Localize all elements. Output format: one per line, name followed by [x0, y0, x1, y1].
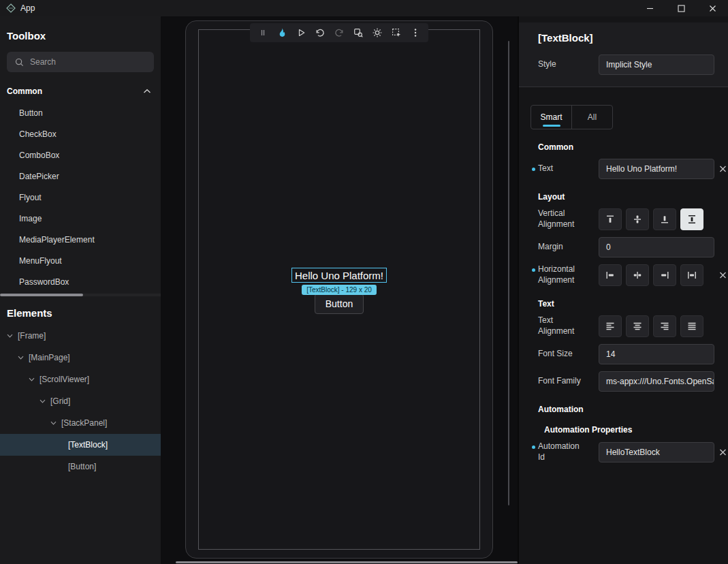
tab-smart[interactable]: Smart: [531, 106, 571, 129]
selected-element-title: [TextBlock]: [538, 32, 714, 44]
property-tabs: Smart All: [531, 105, 613, 129]
tree-item-label: [ScrollViewer]: [39, 375, 89, 384]
vertical-alignment-group: [599, 208, 703, 230]
play-icon[interactable]: [296, 27, 306, 38]
tree-item-textblock[interactable]: [TextBlock]: [0, 434, 161, 456]
more-icon[interactable]: [410, 27, 421, 38]
toolbox-scrollbar-thumb[interactable]: [0, 294, 83, 296]
toolbox-title: Toolbox: [7, 30, 161, 42]
chevron-down-icon[interactable]: [18, 356, 26, 360]
toolbox-item-mediaplayerelement[interactable]: MediaPlayerElement: [0, 229, 161, 250]
design-area: Hello Uno Platform! [TextBlock] - 129 x …: [161, 16, 518, 564]
text-align-justify-button[interactable]: [680, 315, 703, 337]
text-align-left-button[interactable]: [599, 315, 622, 337]
toolbox-scrollbar[interactable]: [0, 294, 161, 296]
canvas-vertical-scrollbar[interactable]: [508, 41, 509, 505]
text-align-center-button[interactable]: [626, 315, 649, 337]
toolbox-item-menuflyout[interactable]: MenuFlyout: [0, 250, 161, 271]
text-label: Text: [538, 163, 599, 174]
tree-item-stackpanel[interactable]: [StackPanel]: [0, 412, 161, 434]
font-size-row: Font Size 14: [538, 344, 714, 364]
tree-item-grid[interactable]: [Grid]: [0, 390, 161, 412]
hot-reload-flame-icon[interactable]: [276, 27, 287, 38]
advanced-binding-icon[interactable]: [719, 166, 727, 173]
align-left-button[interactable]: [599, 264, 622, 286]
text-alignment-label: Text Alignment: [538, 315, 599, 336]
align-top-button[interactable]: [599, 208, 622, 230]
tree-item-label: [TextBlock]: [68, 440, 108, 450]
align-bottom-button[interactable]: [653, 208, 676, 230]
automation-id-input[interactable]: HelloTextBlock: [599, 442, 714, 463]
font-size-label: Font Size: [538, 349, 599, 360]
font-family-label: Font Family: [538, 376, 599, 387]
toolbox-item-combobox[interactable]: ComboBox: [0, 144, 161, 166]
tree-item-scrollviewer[interactable]: [ScrollViewer]: [0, 369, 161, 390]
chevron-down-icon[interactable]: [39, 399, 48, 403]
toolbox-item-flyout[interactable]: Flyout: [0, 187, 161, 208]
text-input[interactable]: Hello Uno Platform!: [599, 159, 714, 179]
tab-all[interactable]: All: [571, 106, 612, 129]
section-text: Text: [538, 299, 714, 309]
advanced-binding-icon[interactable]: [719, 448, 727, 456]
chevron-down-icon[interactable]: [29, 377, 37, 381]
elements-title: Elements: [7, 307, 161, 319]
inspect-icon[interactable]: [353, 27, 364, 38]
automation-properties-label: Automation Properties: [544, 425, 714, 435]
toolbox-item-checkbox[interactable]: CheckBox: [0, 123, 161, 144]
vertical-alignment-row: Vertical Alignment: [538, 208, 714, 230]
select-element-icon[interactable]: [391, 27, 402, 38]
toolbox-item-passwordbox[interactable]: PasswordBox: [0, 271, 161, 292]
toolbox-section-common[interactable]: Common: [0, 81, 161, 101]
text-align-right-button[interactable]: [653, 315, 676, 337]
properties-sections: Common Text Hello Uno Platform! Layout V…: [519, 142, 728, 463]
toolbox-item-button[interactable]: Button: [0, 102, 161, 123]
close-button[interactable]: [697, 0, 728, 16]
minimize-button[interactable]: [634, 0, 665, 16]
font-size-input[interactable]: 14: [599, 344, 714, 364]
automation-id-row: Automation Id HelloTextBlock: [538, 441, 714, 463]
chevron-down-icon[interactable]: [7, 334, 15, 338]
horizontal-alignment-group: [599, 264, 703, 286]
search-placeholder: Search: [30, 57, 56, 67]
left-sidebar: Toolbox Search Common Button CheckBox Co…: [0, 16, 161, 564]
toolbox-item-datepicker[interactable]: DatePicker: [0, 166, 161, 187]
canvas-button[interactable]: Button: [315, 294, 364, 314]
tree-item-label: [StackPanel]: [61, 418, 107, 428]
selected-textblock[interactable]: Hello Uno Platform!: [291, 268, 387, 283]
section-common: Common: [538, 142, 714, 152]
stretch-vertical-button[interactable]: [680, 208, 703, 230]
close-icon: [709, 5, 716, 12]
section-layout: Layout: [538, 192, 714, 202]
align-center-horizontal-button[interactable]: [626, 264, 649, 286]
chevron-down-icon[interactable]: [50, 421, 59, 425]
app-window: App Toolbox Search Common: [0, 0, 728, 564]
tree-item-frame[interactable]: [Frame]: [0, 325, 161, 347]
tree-item-button[interactable]: [Button]: [0, 456, 161, 477]
align-right-button[interactable]: [653, 264, 676, 286]
tree-item-mainpage[interactable]: [MainPage]: [0, 347, 161, 369]
canvas-horizontal-scrollbar[interactable]: [176, 561, 518, 563]
text-property-row: Text Hello Uno Platform!: [538, 159, 714, 179]
drag-handle-icon[interactable]: [257, 27, 268, 38]
redo-icon[interactable]: [334, 27, 345, 38]
app-logo-icon: [6, 3, 16, 13]
stretch-horizontal-button[interactable]: [680, 264, 703, 286]
horizontal-alignment-row: Horizontal Alignment: [538, 264, 714, 286]
search-icon: [15, 58, 24, 67]
style-input[interactable]: Implicit Style: [599, 54, 714, 75]
device-frame[interactable]: Hello Uno Platform! [TextBlock] - 129 x …: [185, 20, 493, 559]
align-center-vertical-button[interactable]: [626, 208, 649, 230]
text-alignment-row: Text Alignment: [538, 315, 714, 337]
maximize-button[interactable]: [665, 0, 697, 16]
margin-label: Margin: [538, 242, 599, 253]
toolbox-item-image[interactable]: Image: [0, 208, 161, 229]
search-input[interactable]: Search: [7, 52, 154, 72]
titlebar: App: [0, 0, 728, 16]
undo-icon[interactable]: [315, 27, 326, 38]
margin-row: Margin 0: [538, 237, 714, 257]
font-family-input[interactable]: ms-appx:///Uno.Fonts.OpenSan: [599, 371, 714, 392]
minimize-icon: [646, 5, 654, 12]
margin-input[interactable]: 0: [599, 237, 714, 257]
theme-sun-icon[interactable]: [372, 27, 383, 38]
advanced-binding-icon[interactable]: [719, 272, 727, 279]
